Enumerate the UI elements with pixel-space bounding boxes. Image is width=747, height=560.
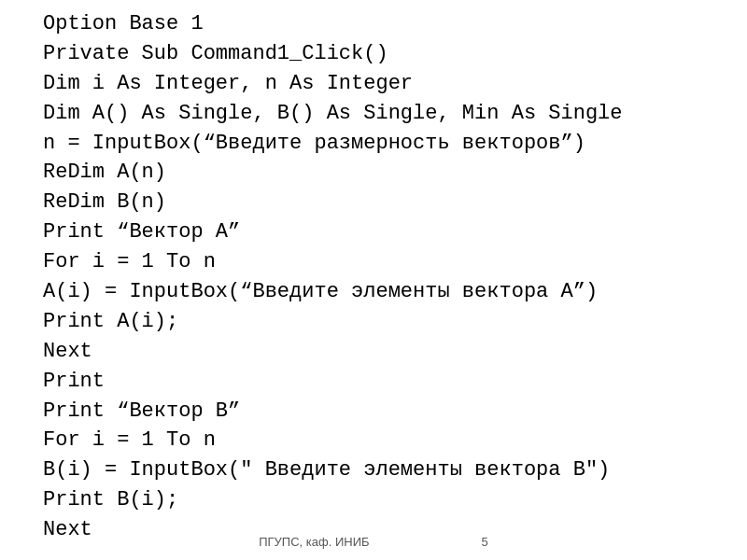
code-line: Dim i As Integer, n As Integer bbox=[43, 69, 704, 99]
code-line: ReDim B(n) bbox=[43, 188, 704, 217]
code-line: Print A(i); bbox=[43, 307, 704, 337]
code-line: For i = 1 To n bbox=[43, 426, 704, 455]
code-line: For i = 1 To n bbox=[43, 247, 704, 277]
code-line: Print “Вектор B” bbox=[43, 397, 704, 427]
code-line: Option Base 1 bbox=[43, 9, 704, 39]
code-line: A(i) = InputBox(“Введите элементы вектор… bbox=[43, 277, 704, 307]
code-line: Print bbox=[43, 367, 704, 397]
code-line: ReDim A(n) bbox=[43, 158, 704, 188]
code-line: B(i) = InputBox(" Введите элементы векто… bbox=[43, 455, 704, 485]
code-line: Print “Вектор A” bbox=[43, 217, 704, 247]
footer: ПГУПС, каф. ИНИБ 5 bbox=[0, 535, 747, 549]
code-line: Next bbox=[43, 337, 704, 367]
code-line: n = InputBox(“Введите размерность вектор… bbox=[43, 129, 704, 159]
code-line: Private Sub Command1_Click() bbox=[43, 39, 704, 69]
footer-institution: ПГУПС, каф. ИНИБ bbox=[259, 535, 369, 549]
code-line: Dim A() As Single, B() As Single, Min As… bbox=[43, 99, 704, 129]
footer-page-number: 5 bbox=[482, 535, 488, 549]
code-line: Print B(i); bbox=[43, 485, 704, 515]
code-block: Option Base 1Private Sub Command1_Click(… bbox=[43, 9, 704, 545]
